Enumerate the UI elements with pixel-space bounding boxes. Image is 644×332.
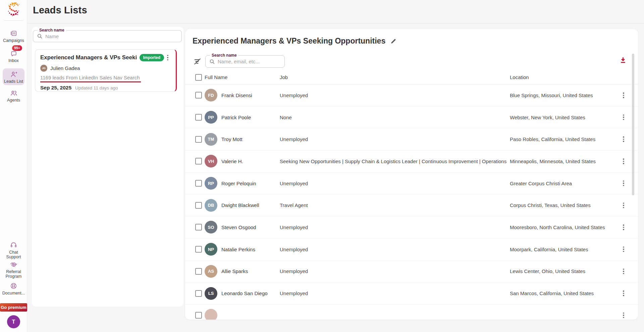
lead-name: Dwight Blackwell	[219, 202, 259, 208]
header-divider	[27, 23, 644, 23]
row-checkbox[interactable]	[195, 114, 202, 121]
row-checkbox[interactable]	[195, 224, 202, 230]
edit-title-icon[interactable]	[390, 38, 397, 45]
lead-list-card[interactable]: Experienced Managers & VPs Seeking ... I…	[35, 49, 177, 92]
row-menu-icon[interactable]	[620, 223, 627, 231]
row-menu-icon[interactable]	[620, 267, 627, 275]
row-menu-icon[interactable]	[620, 179, 627, 187]
lead-avatar: LS	[205, 287, 217, 300]
column-header-job: Job	[280, 74, 510, 80]
list-card-title: Experienced Managers & VPs Seeking ...	[40, 54, 137, 61]
list-updated-text: Updated 11 days ago	[75, 85, 118, 90]
leads-search-input[interactable]	[206, 56, 284, 67]
table-row[interactable]: FDFrank Disensi Unemployed Blue Springs,…	[185, 84, 638, 107]
table-row[interactable]: SOSteven Osgood Unemployed Mooresboro, N…	[185, 216, 638, 239]
leads-search-field[interactable]: Search name	[205, 55, 285, 68]
lead-job: Unemployed	[280, 136, 510, 142]
go-premium-button[interactable]: Go premium	[0, 303, 27, 312]
sidebar-item-leads-list[interactable]: Leads List	[0, 70, 27, 84]
row-checkbox[interactable]	[195, 290, 202, 297]
lead-name: Leonardo San Diego	[219, 290, 268, 296]
row-checkbox[interactable]	[195, 136, 202, 143]
lead-location: Paso Robles, California, United States	[510, 136, 620, 142]
row-checkbox[interactable]	[195, 92, 202, 98]
lead-name: Valerie H.	[219, 158, 243, 164]
headset-icon	[10, 241, 17, 249]
lead-name: Steven Osgood	[219, 224, 256, 230]
lists-search-input[interactable]	[33, 30, 181, 42]
row-menu-icon[interactable]	[620, 245, 627, 253]
list-created-date: Sep 25, 2025	[40, 85, 71, 91]
sidebar-item-label: Document...	[2, 291, 25, 295]
lead-location: Corpus Christi, Texas, United States	[510, 202, 620, 208]
sidebar-item-referral-program[interactable]: Referral Program	[0, 261, 27, 279]
lead-job: Unemployed	[280, 224, 510, 230]
lists-search-field[interactable]: Search name	[33, 30, 182, 42]
lead-avatar: FD	[205, 89, 217, 102]
row-menu-icon[interactable]	[620, 113, 627, 121]
sidebar-divider	[4, 20, 23, 21]
lead-job: Unemployed	[280, 92, 510, 98]
leads-lists-panel: Search name Experienced Managers & VPs S…	[32, 27, 183, 307]
row-checkbox[interactable]	[195, 268, 202, 275]
people-icon	[10, 89, 18, 97]
lead-job: Unemployed	[280, 247, 510, 252]
page-title: Leads Lists	[33, 5, 87, 16]
sidebar-item-label: Campaigns	[3, 38, 24, 43]
table-scrollbar[interactable]	[632, 54, 634, 195]
column-header-location: Location	[510, 74, 620, 80]
row-checkbox[interactable]	[195, 246, 202, 253]
owner-name: Julien Gadea	[50, 65, 80, 71]
download-icon[interactable]	[619, 56, 627, 64]
sidebar-item-label: Referral Program	[2, 269, 25, 279]
lead-avatar: NP	[205, 243, 217, 256]
row-menu-icon[interactable]	[620, 135, 627, 143]
lead-name: Troy Mott	[219, 136, 243, 142]
table-row[interactable]: RPRoger Peloquin Unemployed Greater Corp…	[185, 173, 638, 195]
table-row[interactable]: VHValerie H. Seeking New Opportunities |…	[185, 150, 638, 173]
table-row[interactable]: PPPatrick Poole None Webster, New York, …	[185, 107, 638, 129]
row-menu-icon[interactable]	[620, 91, 627, 99]
sidebar-item-documentation[interactable]: Document...	[0, 282, 27, 295]
table-row[interactable]: NPNatalie Perkins Unemployed Moorpark, C…	[185, 239, 638, 261]
row-checkbox[interactable]	[195, 202, 202, 209]
handshake-icon	[10, 261, 18, 268]
table-row[interactable]: DBDwight Blackwell Travel Agent Corpus C…	[185, 194, 638, 216]
lead-job: Unemployed	[280, 268, 510, 274]
lead-location: San Marcos, California, United States	[510, 290, 620, 296]
lead-job: Travel Agent	[280, 202, 510, 208]
lead-location: Blue Springs, Missouri, United States	[510, 92, 620, 98]
table-row[interactable]: ASAllie Sparks Unemployed Lewis Center, …	[185, 261, 638, 283]
table-row[interactable]: LSLeonardo San Diego Unemployed San Marc…	[185, 282, 638, 305]
filter-off-icon[interactable]	[193, 57, 202, 66]
lead-avatar: DB	[205, 199, 217, 212]
row-menu-icon[interactable]	[620, 311, 627, 319]
sidebar-item-inbox[interactable]: 99+ Inbox	[0, 50, 27, 63]
lead-avatar: PP	[205, 111, 217, 124]
sidebar-item-campaigns[interactable]: Campaigns	[0, 29, 27, 43]
sidebar-item-label: Inbox	[8, 58, 19, 63]
lead-location: Lewis Center, Ohio, United States	[510, 268, 620, 274]
table-header-row: Full Name Job Location	[185, 70, 638, 84]
table-row[interactable]	[185, 305, 638, 320]
lead-location: Webster, New York, United States	[510, 115, 620, 120]
row-menu-icon[interactable]	[620, 201, 627, 209]
row-checkbox[interactable]	[195, 180, 202, 187]
row-checkbox[interactable]	[195, 158, 202, 164]
sidebar-item-chat-support[interactable]: Chat Support	[0, 241, 27, 259]
select-all-checkbox[interactable]	[195, 74, 202, 81]
table-row[interactable]: TMTroy Mott Unemployed Paso Robles, Cali…	[185, 128, 638, 150]
lead-avatar: AS	[205, 265, 217, 278]
app-logo-icon[interactable]	[6, 1, 21, 18]
row-menu-icon[interactable]	[620, 157, 627, 165]
row-checkbox[interactable]	[195, 312, 202, 319]
list-card-menu-icon[interactable]	[164, 54, 171, 62]
lead-location: Mooresboro, North Carolina, United State…	[510, 224, 620, 230]
sidebar-item-agents[interactable]: Agents	[0, 89, 27, 103]
campaigns-icon	[10, 29, 17, 37]
lead-name: Roger Peloquin	[219, 181, 256, 186]
row-menu-icon[interactable]	[620, 289, 627, 297]
imported-badge: Imported	[140, 54, 164, 61]
user-avatar[interactable]: T	[7, 315, 20, 328]
leads-table-panel: Experienced Managers & VPs Seeking Oppor…	[185, 29, 638, 320]
